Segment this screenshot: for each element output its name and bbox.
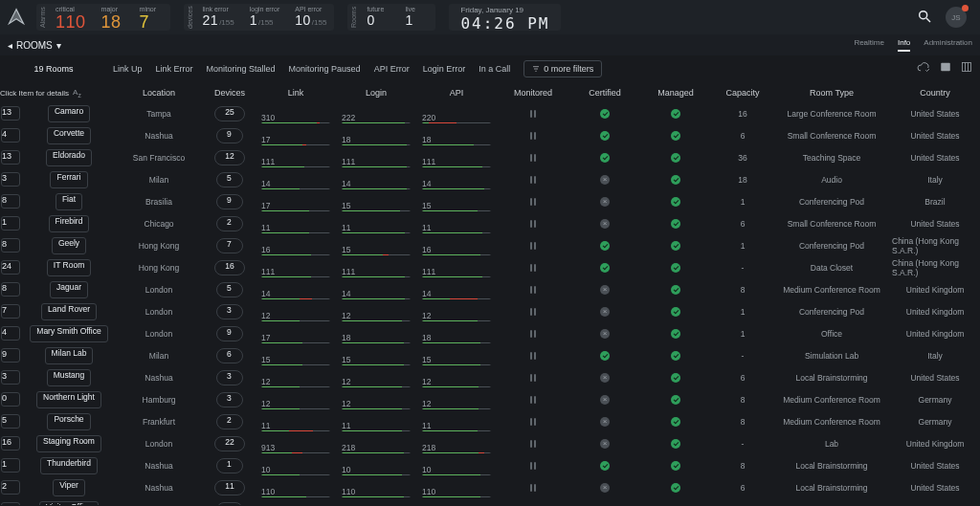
filter-in-a-call[interactable]: In a Call	[479, 64, 510, 74]
col-capacity[interactable]: Capacity	[714, 82, 771, 103]
critical-value[interactable]: 110	[56, 12, 86, 31]
col-api[interactable]: API	[419, 82, 494, 103]
row-name[interactable]: Visitor Office	[39, 501, 99, 506]
table-row[interactable]: 1ThunderbirdNashua11010108Local Brainsto…	[0, 455, 980, 475]
row-name[interactable]: Mustang	[47, 369, 92, 386]
row-name[interactable]: Thunderbird	[40, 457, 98, 474]
col-certified[interactable]: Certified	[572, 82, 637, 103]
row-devices[interactable]: 9	[207, 323, 253, 343]
row-name[interactable]: Viper	[53, 479, 85, 496]
api-error-value[interactable]: 10	[295, 12, 311, 28]
row-devices[interactable]: 3	[207, 389, 253, 409]
table-row[interactable]: 7Land RoverLondon31212121Conferencing Po…	[0, 301, 980, 321]
filter-link-up[interactable]: Link Up	[113, 64, 143, 74]
row-alert-count[interactable]: 5	[1, 414, 20, 429]
row-alert-count[interactable]: 13	[1, 150, 20, 165]
row-name[interactable]: Mary Smith Office	[30, 325, 107, 342]
row-name[interactable]: IT Room	[47, 259, 91, 276]
row-alert-count[interactable]: 8	[1, 194, 20, 209]
table-row[interactable]: 13CamaroTampa2531022222016Large Conferen…	[0, 103, 980, 123]
filter-monitoring-stalled[interactable]: Monitoring Stalled	[207, 64, 276, 74]
row-alert-count[interactable]: 1	[1, 216, 20, 231]
table-row[interactable]: 1FirebirdChicago21111116Small Conference…	[0, 213, 980, 233]
filter-api-error[interactable]: API Error	[374, 64, 410, 74]
table-row[interactable]: 8JaguarLondon51414148Medium Conference R…	[0, 279, 980, 299]
table-row[interactable]: 2ViperNashua111101101106Local Brainstorm…	[0, 477, 980, 497]
major-value[interactable]: 18	[101, 12, 124, 31]
table-row[interactable]: 3MustangNashua31212126Local Brainstormin…	[0, 367, 980, 387]
live-value[interactable]: 1	[405, 12, 428, 28]
row-alert-count[interactable]: 16	[1, 436, 20, 451]
row-alert-count[interactable]: 7	[1, 304, 20, 319]
row-alert-count[interactable]: 4	[1, 128, 20, 143]
row-alert-count[interactable]: 6	[1, 502, 20, 505]
col-managed[interactable]: Managed	[643, 82, 708, 103]
columns-icon[interactable]	[961, 61, 972, 77]
row-devices[interactable]: 22	[207, 433, 253, 453]
row-alert-count[interactable]: 1	[1, 458, 20, 473]
table-row[interactable]: 4CorvetteNashua91718186Small Conference …	[0, 125, 980, 145]
filter-monitoring-paused[interactable]: Monitoring Paused	[289, 64, 361, 74]
row-name[interactable]: Milan Lab	[45, 347, 94, 364]
col-location[interactable]: Location	[117, 82, 201, 103]
row-name[interactable]: Staging Room	[36, 435, 101, 452]
search-icon[interactable]	[917, 9, 932, 26]
row-devices[interactable]: 11	[207, 477, 253, 497]
row-alert-count[interactable]: 3	[1, 370, 20, 385]
filter-link-error[interactable]: Link Error	[156, 64, 193, 74]
row-alert-count[interactable]: 24	[1, 260, 20, 275]
row-devices[interactable]: 3	[207, 367, 253, 387]
col-click-item[interactable]: Click Item for detailsAz	[0, 82, 21, 103]
col-room-type[interactable]: Room Type	[777, 82, 886, 103]
breadcrumb[interactable]: ◂ ROOMS ▾	[8, 40, 61, 51]
table-row[interactable]: 5PorscheFrankfurt21111118Medium Conferen…	[0, 411, 980, 431]
table-row[interactable]: 8FiatBrasilia91715151Conferencing PodBra…	[0, 191, 980, 211]
tab-realtime[interactable]: Realtime	[854, 38, 884, 52]
table-row[interactable]: 9Milan LabMilan6151515-Simulation LabIta…	[0, 345, 980, 365]
row-devices[interactable]: 16	[207, 257, 253, 277]
row-alert-count[interactable]: 2	[1, 480, 20, 495]
login-error-value[interactable]: 1	[250, 12, 257, 28]
table-row[interactable]: 16Staging RoomLondon22913218218-LabUnite…	[0, 433, 980, 453]
col-link[interactable]: Link	[258, 82, 333, 103]
row-name[interactable]: Eldorado	[46, 149, 92, 166]
row-name[interactable]: Ferrari	[50, 171, 87, 188]
row-alert-count[interactable]: 4	[1, 326, 20, 341]
table-row[interactable]: 3FerrariMilan514141418AudioItaly	[0, 169, 980, 189]
row-name[interactable]: Geely	[52, 237, 86, 254]
row-alert-count[interactable]: 8	[1, 282, 20, 297]
table-row[interactable]: 0Northern LightHamburg31212128Medium Con…	[0, 389, 980, 409]
row-devices[interactable]: 9	[207, 125, 253, 145]
col-country[interactable]: Country	[892, 82, 978, 103]
table-row[interactable]: 8GeelyHong Kong71615161Conferencing PodC…	[0, 235, 980, 255]
row-devices[interactable]: 5	[207, 499, 253, 505]
row-devices[interactable]: 3	[207, 301, 253, 321]
row-name[interactable]: Jaguar	[50, 281, 88, 298]
row-name[interactable]: Camaro	[48, 105, 90, 122]
table-row[interactable]: 24IT RoomHong Kong16111111111-Data Close…	[0, 257, 980, 277]
col-monitored[interactable]: Monitored	[500, 82, 567, 103]
row-alert-count[interactable]: 13	[1, 106, 20, 121]
row-devices[interactable]: 25	[207, 103, 253, 123]
row-name[interactable]: Land Rover	[41, 303, 97, 320]
row-devices[interactable]: 1	[207, 455, 253, 475]
cloud-sync-icon[interactable]	[917, 61, 930, 77]
row-devices[interactable]: 2	[207, 213, 253, 233]
filter-login-error[interactable]: Login Error	[423, 64, 466, 74]
row-name[interactable]: Porsche	[47, 413, 90, 430]
col-login[interactable]: Login	[339, 82, 413, 103]
row-devices[interactable]: 2	[207, 411, 253, 431]
more-filters-button[interactable]: 0 more filters	[523, 60, 602, 77]
app-logo-icon[interactable]	[6, 7, 27, 28]
row-alert-count[interactable]: 0	[1, 392, 20, 407]
row-alert-count[interactable]: 9	[1, 348, 20, 363]
row-devices[interactable]: 5	[207, 279, 253, 299]
row-name[interactable]: Corvette	[47, 127, 91, 144]
row-devices[interactable]: 7	[207, 235, 253, 255]
row-devices[interactable]: 12	[207, 147, 253, 167]
row-name[interactable]: Northern Light	[36, 391, 101, 408]
row-name[interactable]: Fiat	[56, 193, 82, 210]
row-devices[interactable]: 5	[207, 169, 253, 189]
row-alert-count[interactable]: 8	[1, 238, 20, 253]
minor-value[interactable]: 7	[140, 12, 163, 31]
